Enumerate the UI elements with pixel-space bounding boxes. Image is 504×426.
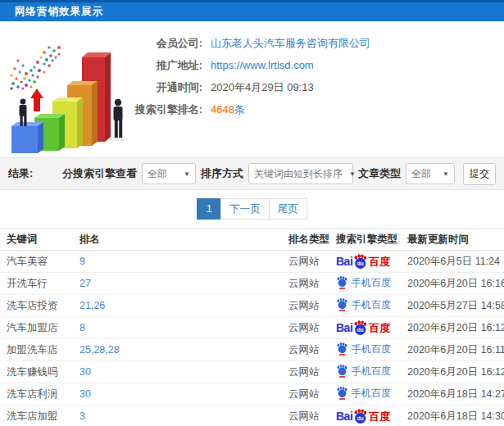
rank-cell[interactable]: 30 — [73, 383, 282, 406]
update-time-cell: 2020年5月27日 14:58 — [401, 295, 504, 317]
rank-type-cell: 云网站 — [282, 406, 329, 426]
info-row-company: 会员公司: 山东老人头汽车服务咨询有限公司 — [0, 32, 504, 54]
table-row: 开洗车行 27 云网站 Baidu百度 手机百度 2020年6月20日 16:1… — [0, 273, 504, 295]
results-table-body: 汽车美容 9 云网站 Baidu百度 手机百度 2020年6月5日 11:24 … — [0, 251, 504, 426]
engine-select-value: 全部 — [148, 167, 167, 181]
table-row: 加盟洗车店 25,28,28 云网站 Baidu百度 手机百度 2020年6月2… — [0, 339, 504, 361]
engine-cell: Baidu百度 手机百度 — [329, 295, 401, 317]
update-time-cell: 2020年6月18日 14:30 — [401, 406, 504, 426]
mobile-paw-icon — [336, 342, 348, 356]
engine-cell: Baidu百度 手机百度 — [329, 317, 401, 339]
keyword-cell: 汽车美容 — [0, 251, 73, 273]
chevron-down-icon: ▼ — [443, 170, 449, 178]
rank-cell[interactable]: 9 — [73, 251, 282, 273]
rank-cell[interactable]: 8 — [73, 317, 282, 339]
promotion-url-link[interactable]: https://www.lrtlsd.com — [211, 59, 314, 71]
mobile-baidu-logo: 手机百度 — [336, 386, 391, 400]
mobile-baidu-logo: 手机百度 — [336, 342, 391, 356]
info-row-rank-count: 搜索引擎排名: 4648条 — [0, 98, 504, 120]
keyword-cell: 加盟洗车店 — [0, 339, 73, 361]
rank-cell[interactable]: 21,26 — [73, 295, 282, 317]
sort-filter-label: 排序方式 — [201, 166, 243, 181]
table-row: 洗车店利润 30 云网站 Baidu百度 手机百度 2020年6月18日 14:… — [0, 383, 504, 406]
filter-controls: 分搜索引擎查看 全部 ▼ 排序方式 关键词由短到长排序 ▼ 文章类型 全部 ▼ … — [62, 163, 496, 185]
engine-cell: Baidu百度 手机百度 — [329, 339, 401, 361]
baidu-logo: Baidu百度 — [336, 254, 390, 270]
table-row: 汽车美容 9 云网站 Baidu百度 手机百度 2020年6月5日 11:24 — [0, 251, 504, 273]
company-info-section: 会员公司: 山东老人头汽车服务咨询有限公司 推广地址: https://www.… — [0, 21, 504, 157]
rank-type-cell: 云网站 — [282, 317, 329, 339]
update-time-cell: 2020年6月20日 16:16 — [401, 273, 504, 295]
bar-blue — [11, 122, 43, 153]
engine-cell: Baidu百度 手机百度 — [329, 361, 401, 383]
engine-cell: Baidu百度 手机百度 — [329, 251, 401, 273]
filter-bar: 结果: 分搜索引擎查看 全部 ▼ 排序方式 关键词由短到长排序 ▼ 文章类型 全… — [0, 157, 504, 190]
company-info-list: 会员公司: 山东老人头汽车服务咨询有限公司 推广地址: https://www.… — [0, 32, 504, 120]
page-header: 网络营销效果展示 — [0, 0, 504, 21]
chevron-down-icon: ▼ — [184, 170, 190, 178]
keyword-cell: 汽车加盟店 — [0, 317, 73, 339]
keyword-cell: 洗车店投资 — [0, 295, 73, 317]
engine-filter-label: 分搜索引擎查看 — [62, 166, 137, 181]
mobile-paw-icon — [336, 297, 348, 311]
rank-type-cell: 云网站 — [282, 295, 329, 317]
rank-cell[interactable]: 3 — [73, 406, 282, 426]
update-time-cell: 2020年6月20日 16:12 — [401, 317, 504, 339]
next-page-button[interactable]: 下一页 — [220, 198, 270, 220]
company-label: 会员公司: — [0, 36, 202, 51]
mobile-baidu-logo: 手机百度 — [336, 275, 391, 289]
sort-select[interactable]: 关键词由短到长排序 ▼ — [248, 163, 353, 184]
rank-type-cell: 云网站 — [282, 251, 329, 273]
engine-cell: Baidu百度 手机百度 — [329, 406, 401, 426]
mobile-paw-icon — [336, 275, 348, 289]
result-label: 结果: — [8, 166, 33, 181]
header-keyword: 关键词 — [0, 229, 73, 251]
article-type-select[interactable]: 全部 ▼ — [406, 163, 455, 184]
header-rank: 排名 — [73, 229, 282, 251]
rank-count-label: 搜索引擎排名: — [0, 102, 202, 117]
rank-count-suffix: 条 — [234, 103, 245, 116]
submit-button[interactable]: 提交 — [463, 163, 496, 185]
mobile-baidu-logo: 手机百度 — [336, 297, 391, 311]
rank-cell[interactable]: 25,28,28 — [73, 339, 282, 361]
table-header-row: 关键词 排名 排名类型 搜索引擎类型 最新更新时间 — [0, 229, 504, 251]
baidu-paw-icon: du — [352, 409, 368, 424]
update-time-cell: 2020年6月20日 16:12 — [401, 361, 504, 383]
page-button-current[interactable]: 1 — [197, 198, 221, 220]
url-label: 推广地址: — [0, 58, 202, 73]
keyword-cell: 洗车赚钱吗 — [0, 361, 73, 383]
svg-text:du: du — [357, 326, 364, 332]
table-row: 洗车店投资 21,26 云网站 Baidu百度 手机百度 2020年5月27日 … — [0, 295, 504, 317]
mobile-baidu-logo: 手机百度 — [336, 364, 391, 378]
info-row-url: 推广地址: https://www.lrtlsd.com — [0, 54, 504, 76]
company-link[interactable]: 山东老人头汽车服务咨询有限公司 — [211, 36, 370, 51]
rank-type-cell: 云网站 — [282, 383, 329, 406]
results-table: 关键词 排名 排名类型 搜索引擎类型 最新更新时间 汽车美容 9 云网站 Bai… — [0, 228, 504, 426]
svg-text:du: du — [357, 415, 364, 420]
baidu-paw-icon: du — [352, 320, 368, 336]
update-time-cell: 2020年6月20日 16:11 — [401, 339, 504, 361]
page-title: 网络营销效果展示 — [0, 5, 103, 19]
rank-type-cell: 云网站 — [282, 273, 329, 295]
sort-select-value: 关键词由短到长排序 — [254, 167, 343, 181]
article-type-select-value: 全部 — [411, 167, 431, 181]
engine-cell: Baidu百度 手机百度 — [329, 273, 401, 295]
svg-text:du: du — [357, 260, 364, 265]
update-time-cell: 2020年6月18日 14:27 — [401, 383, 504, 406]
rank-cell[interactable]: 30 — [73, 361, 282, 383]
rank-cell[interactable]: 27 — [73, 273, 282, 295]
keyword-cell: 开洗车行 — [0, 273, 73, 295]
keyword-cell: 洗车店加盟 — [0, 406, 73, 426]
engine-cell: Baidu百度 手机百度 — [329, 383, 401, 406]
table-row: 洗车店加盟 3 云网站 Baidu百度 手机百度 2020年6月18日 14:3… — [0, 406, 504, 426]
header-rank-type: 排名类型 — [282, 229, 329, 251]
rank-count-number: 4648 — [211, 103, 234, 116]
info-row-open-time: 开通时间: 2020年4月29日 09:13 — [0, 76, 504, 98]
engine-select[interactable]: 全部 ▼ — [142, 163, 196, 184]
baidu-logo: Baidu百度 — [336, 409, 390, 424]
mobile-paw-icon — [336, 386, 348, 400]
rank-count-value: 4648条 — [211, 102, 245, 117]
last-page-button[interactable]: 尾页 — [269, 198, 307, 220]
mobile-paw-icon — [336, 364, 348, 378]
rank-type-cell: 云网站 — [282, 339, 329, 361]
